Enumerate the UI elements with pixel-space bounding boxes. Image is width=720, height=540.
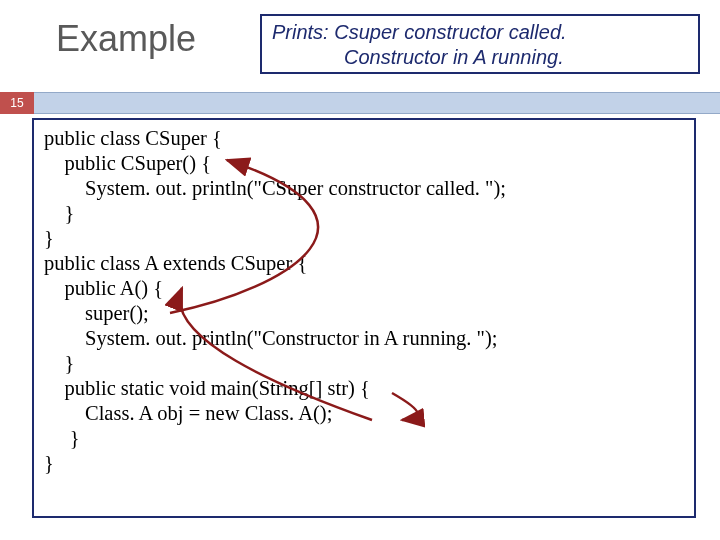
caption-box: Prints: Csuper constructor called. Const… <box>260 14 700 74</box>
code-line: Class. A obj = new Class. A(); <box>44 402 332 424</box>
code-line: } <box>44 202 74 224</box>
code-line: public A() { <box>44 277 163 299</box>
page-number: 15 <box>0 92 34 114</box>
code-line: public class A extends CSuper { <box>44 252 307 274</box>
code-line: System. out. println("Constructor in A r… <box>44 327 498 349</box>
code-line: public CSuper() { <box>44 152 211 174</box>
caption-line-2: Constructor in A running. <box>272 45 688 70</box>
caption-line-1: Prints: Csuper constructor called. <box>272 20 688 45</box>
code-line: } <box>44 452 54 474</box>
code-line: public class CSuper { <box>44 127 222 149</box>
page-bar-fill <box>34 92 720 114</box>
code-line: System. out. println("CSuper constructor… <box>44 177 506 199</box>
code-line: super(); <box>44 302 149 324</box>
code-line: } <box>44 427 79 449</box>
code-line: } <box>44 227 54 249</box>
code-line: } <box>44 352 74 374</box>
slide: Example Prints: Csuper constructor calle… <box>0 0 720 540</box>
slide-title: Example <box>56 18 196 60</box>
page-bar: 15 <box>0 92 720 114</box>
code-line: public static void main(String[] str) { <box>44 377 370 399</box>
code-block: public class CSuper { public CSuper() { … <box>32 118 696 518</box>
